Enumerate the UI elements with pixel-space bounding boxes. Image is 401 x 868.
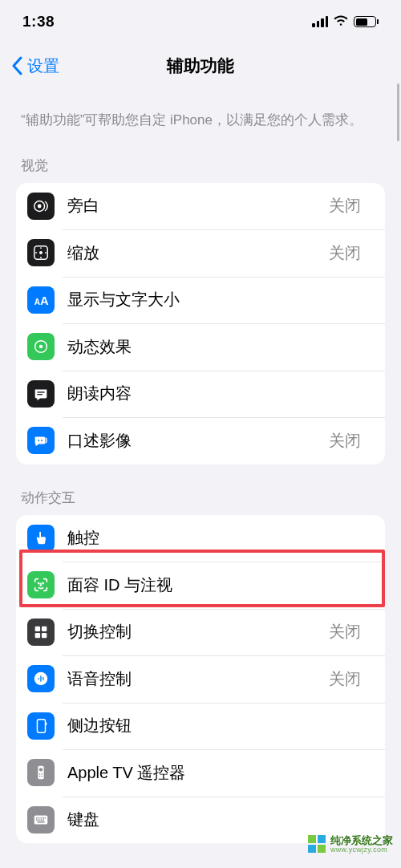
svg-point-16 — [38, 583, 39, 584]
svg-rect-37 — [41, 817, 43, 819]
page-title: 辅助功能 — [167, 55, 234, 77]
svg-rect-35 — [36, 817, 38, 819]
svg-point-7 — [45, 252, 47, 254]
chevron-right-icon — [366, 624, 374, 640]
text-size-icon: AA — [27, 286, 55, 314]
status-indicators — [312, 12, 379, 31]
voice-control-icon — [27, 665, 55, 692]
row-label: 显示与文字大小 — [67, 289, 361, 310]
svg-point-6 — [35, 252, 37, 254]
row-label: 朗读内容 — [67, 383, 361, 404]
row-audio-descriptions[interactable]: 口述影像 关闭 — [16, 417, 385, 464]
svg-rect-24 — [40, 676, 41, 682]
row-zoom[interactable]: 缩放 关闭 — [16, 229, 385, 277]
wifi-icon — [333, 12, 349, 31]
status-time: 1:38 — [22, 13, 55, 30]
row-apple-tv-remote[interactable]: Apple TV 遥控器 — [16, 749, 385, 797]
battery-icon — [354, 16, 379, 27]
svg-point-14 — [38, 440, 39, 441]
row-voice-control[interactable]: 语音控制 关闭 — [16, 655, 385, 703]
chevron-right-icon — [366, 671, 374, 687]
touch-icon — [27, 525, 55, 552]
svg-rect-38 — [43, 817, 44, 819]
side-button-icon — [27, 712, 55, 740]
svg-rect-23 — [38, 678, 38, 679]
svg-point-32 — [39, 776, 41, 777]
spoken-content-icon — [27, 380, 55, 408]
svg-rect-42 — [41, 819, 43, 821]
apple-tv-remote-icon — [27, 759, 55, 786]
scrollbar[interactable] — [397, 83, 399, 141]
svg-point-29 — [39, 769, 43, 772]
chevron-right-icon — [366, 765, 374, 781]
row-side-button[interactable]: 侧边按钮 — [16, 703, 385, 750]
keyboard-icon — [27, 806, 55, 834]
svg-point-15 — [41, 440, 43, 441]
row-touch[interactable]: 触控 — [16, 515, 385, 562]
svg-rect-41 — [38, 819, 40, 821]
intro-text: “辅助功能”可帮助您自定 iPhone，以满足您的个人需求。 — [16, 88, 385, 148]
row-voiceover[interactable]: 旁白 关闭 — [16, 183, 385, 230]
row-motion[interactable]: 动态效果 — [16, 323, 385, 371]
row-label: 触控 — [67, 527, 361, 549]
svg-rect-13 — [37, 394, 42, 395]
watermark-url: www.ycwjzy.com — [330, 846, 393, 854]
svg-point-17 — [43, 583, 43, 584]
row-display-text-size[interactable]: AA 显示与文字大小 — [16, 277, 385, 324]
svg-rect-40 — [36, 819, 38, 821]
svg-rect-12 — [37, 391, 44, 392]
zoom-icon — [27, 239, 55, 266]
chevron-right-icon — [366, 386, 374, 402]
svg-rect-20 — [35, 633, 40, 638]
face-id-icon — [27, 571, 55, 598]
row-status: 关闭 — [329, 668, 361, 690]
svg-rect-18 — [35, 627, 40, 631]
switch-control-icon — [27, 619, 55, 646]
row-label: 旁白 — [67, 195, 329, 217]
cellular-icon — [312, 16, 328, 27]
svg-point-31 — [42, 773, 43, 775]
chevron-right-icon — [366, 812, 374, 828]
svg-text:A: A — [40, 294, 49, 306]
row-label: 动态效果 — [67, 336, 361, 358]
section-header-motor: 动作交互 — [16, 464, 385, 515]
svg-rect-25 — [43, 678, 43, 681]
row-label: 缩放 — [67, 242, 329, 264]
row-label: 侧边按钮 — [67, 715, 361, 736]
chevron-right-icon — [366, 339, 374, 355]
group-visual: 旁白 关闭 缩放 关闭 AA 显示与文字大小 动态效果 — [16, 183, 385, 464]
audio-description-icon — [27, 427, 55, 454]
row-label: 切换控制 — [67, 621, 329, 643]
status-bar: 1:38 — [0, 0, 401, 43]
svg-rect-27 — [46, 722, 47, 725]
row-label: Apple TV 遥控器 — [67, 762, 361, 784]
row-spoken-content[interactable]: 朗读内容 — [16, 371, 385, 418]
chevron-right-icon — [366, 245, 374, 261]
svg-rect-21 — [42, 633, 47, 638]
row-status: 关闭 — [329, 621, 361, 643]
chevron-right-icon — [366, 432, 374, 448]
row-switch-control[interactable]: 切换控制 关闭 — [16, 609, 385, 656]
row-face-id-attention[interactable]: 面容 ID 与注视 — [16, 562, 385, 609]
row-label: 键盘 — [67, 809, 361, 830]
voiceover-icon — [27, 193, 55, 220]
row-label: 语音控制 — [67, 668, 329, 690]
back-button[interactable]: 设置 — [6, 52, 64, 80]
row-status: 关闭 — [329, 430, 361, 452]
nav-bar: 设置 辅助功能 — [0, 43, 401, 88]
back-label: 设置 — [27, 55, 59, 77]
svg-rect-39 — [45, 817, 46, 819]
svg-point-11 — [39, 345, 43, 349]
svg-point-4 — [40, 248, 42, 249]
motion-icon — [27, 333, 55, 360]
svg-rect-44 — [37, 821, 44, 823]
row-status: 关闭 — [329, 195, 361, 217]
svg-point-5 — [40, 257, 42, 258]
svg-point-30 — [39, 773, 41, 775]
row-status: 关闭 — [329, 242, 361, 264]
svg-point-3 — [39, 251, 43, 254]
svg-point-33 — [42, 776, 43, 777]
watermark-logo-icon — [308, 835, 326, 853]
row-label: 面容 ID 与注视 — [67, 574, 361, 596]
chevron-right-icon — [366, 530, 374, 546]
